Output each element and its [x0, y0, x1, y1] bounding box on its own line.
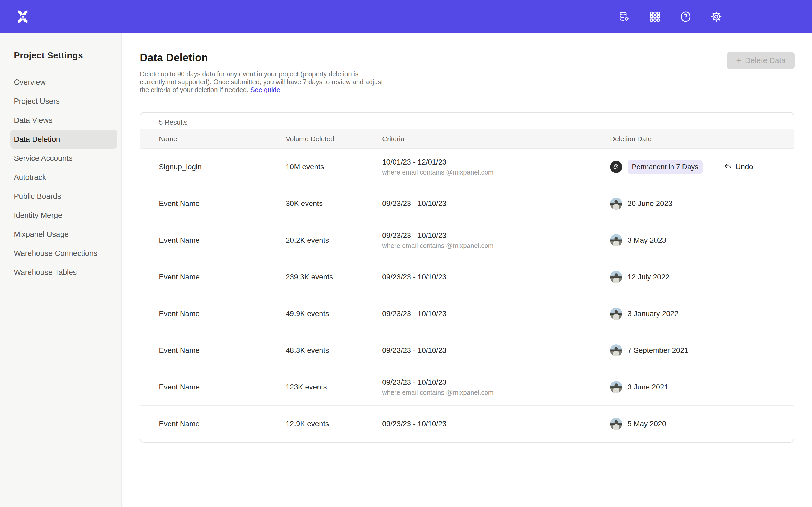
sidebar-item-identity-merge[interactable]: Identity Merge [0, 206, 121, 225]
row-criteria-range: 10/01/23 - 12/01/23 [382, 158, 610, 166]
column-header-volume: Volume Deleted [286, 135, 382, 143]
row-criteria-range: 09/23/23 - 10/10/23 [382, 309, 610, 318]
column-header-criteria: Criteria [382, 135, 610, 143]
avatar [610, 344, 622, 356]
row-criteria: 09/23/23 - 10/10/23 [382, 273, 610, 281]
row-name: Event Name [159, 200, 286, 208]
row-criteria-range: 09/23/23 - 10/10/23 [382, 346, 610, 355]
undo-icon [723, 162, 732, 171]
row-volume: 49.9K events [286, 309, 382, 318]
delete-data-button-label: Delete Data [745, 56, 785, 65]
table-row: Event Name 12.9K events 09/23/23 - 10/10… [140, 405, 794, 442]
column-header-deletion-date: Deletion Date [610, 135, 783, 143]
sidebar-item-overview[interactable]: Overview [0, 73, 121, 92]
row-deletion-date: 3 June 2021 [610, 381, 783, 393]
undo-label: Undo [735, 163, 753, 171]
row-criteria: 09/23/23 - 10/10/23 [382, 200, 610, 208]
mixpanel-logo-icon[interactable] [15, 9, 31, 24]
sidebar-item-autotrack[interactable]: Autotrack [0, 168, 121, 187]
deletion-date-label: 7 September 2021 [627, 346, 688, 355]
table-row: Event Name 30K events 09/23/23 - 10/10/2… [140, 185, 794, 222]
column-header-name: Name [159, 135, 286, 143]
row-name: Event Name [159, 309, 286, 318]
table-row: Event Name 49.9K events 09/23/23 - 10/10… [140, 295, 794, 332]
avatar [610, 418, 622, 430]
data-management-button[interactable] [617, 9, 632, 24]
sidebar-title: Project Settings [0, 33, 121, 60]
row-name: Event Name [159, 273, 286, 281]
app-root: Project Settings Overview Project Users … [0, 0, 812, 507]
table-row: Signup_login 10M events 10/01/23 - 12/01… [140, 149, 794, 185]
row-volume: 30K events [286, 200, 382, 208]
row-criteria-filter: where email contains @mixpanel.com [382, 168, 610, 176]
row-criteria-range: 09/23/23 - 10/10/23 [382, 273, 610, 281]
row-criteria: 09/23/23 - 10/10/23 [382, 309, 610, 318]
row-volume: 48.3K events [286, 346, 382, 355]
deletion-table-panel: 5 Results Name Volume Deleted Criteria D… [140, 112, 794, 443]
apps-grid-button[interactable] [648, 9, 662, 24]
deletion-date-label: 3 January 2022 [627, 309, 678, 318]
sidebar-item-warehouse-connections[interactable]: Warehouse Connections [0, 244, 121, 263]
sidebar-item-service-accounts[interactable]: Service Accounts [0, 149, 121, 168]
row-criteria: 09/23/23 - 10/10/23 [382, 346, 610, 355]
avatar [610, 381, 622, 393]
row-deletion-date: 7 September 2021 [610, 344, 783, 356]
row-volume: 239.3K events [286, 273, 382, 281]
row-volume: 123K events [286, 383, 382, 391]
sidebar-item-project-users[interactable]: Project Users [0, 92, 121, 111]
top-nav [0, 0, 812, 33]
row-deletion-date: 3 May 2023 [610, 234, 783, 246]
sidebar: Project Settings Overview Project Users … [0, 33, 121, 507]
page-description: Delete up to 90 days data for any event … [140, 70, 383, 94]
plus-icon: + [736, 56, 742, 65]
settings-button[interactable] [709, 9, 724, 24]
row-criteria-range: 09/23/23 - 10/10/23 [382, 200, 610, 208]
sidebar-item-data-views[interactable]: Data Views [0, 111, 121, 130]
table-row: Event Name 20.2K events 09/23/23 - 10/10… [140, 222, 794, 259]
row-volume: 10M events [286, 163, 382, 171]
settings-gear-icon [710, 11, 722, 23]
row-criteria: 09/23/23 - 10/10/23 [382, 419, 610, 428]
table-row: Event Name 239.3K events 09/23/23 - 10/1… [140, 259, 794, 295]
row-criteria-range: 09/23/23 - 10/10/23 [382, 231, 610, 240]
delete-data-button[interactable]: + Delete Data [727, 52, 795, 69]
deletion-date-label: 12 July 2022 [627, 273, 669, 281]
row-criteria-filter: where email contains @mixpanel.com [382, 389, 610, 396]
avatar [610, 271, 622, 283]
row-criteria: 09/23/23 - 10/10/23 where email contains… [382, 378, 610, 396]
sidebar-item-warehouse-tables[interactable]: Warehouse Tables [0, 263, 121, 282]
undo-button[interactable]: Undo [723, 162, 753, 171]
main-content: Data Deletion Delete up to 90 days data … [121, 33, 812, 507]
avatar [610, 161, 622, 173]
avatar [610, 307, 622, 320]
row-criteria-range: 09/23/23 - 10/10/23 [382, 419, 610, 428]
help-button[interactable] [678, 9, 693, 24]
sidebar-item-mixpanel-usage[interactable]: Mixpanel Usage [0, 225, 121, 244]
page-title: Data Deletion [140, 52, 383, 64]
page-header: Data Deletion Delete up to 90 days data … [140, 52, 795, 94]
avatar-illustration-icon [612, 163, 620, 171]
row-name: Event Name [159, 236, 286, 244]
row-criteria-range: 09/23/23 - 10/10/23 [382, 378, 610, 387]
row-name: Signup_login [159, 163, 286, 171]
row-deletion-date: 5 May 2020 [610, 418, 783, 430]
sidebar-menu: Overview Project Users Data Views Data D… [0, 73, 121, 282]
nav-icon-group [617, 9, 724, 24]
sidebar-item-public-boards[interactable]: Public Boards [0, 187, 121, 206]
see-guide-link[interactable]: See guide [250, 86, 280, 94]
apps-grid-icon [649, 11, 661, 23]
row-name: Event Name [159, 346, 286, 355]
row-volume: 12.9K events [286, 419, 382, 428]
deletion-date-label: 3 June 2021 [627, 383, 668, 391]
row-deletion-date: Permanent in 7 Days Undo [610, 160, 783, 174]
row-name: Event Name [159, 383, 286, 391]
sidebar-item-data-deletion[interactable]: Data Deletion [10, 130, 117, 149]
row-name: Event Name [159, 419, 286, 428]
results-count: 5 Results [140, 113, 794, 129]
deletion-date-label: 3 May 2023 [627, 236, 666, 244]
status-badge: Permanent in 7 Days [627, 160, 703, 174]
avatar [610, 234, 622, 246]
row-volume: 20.2K events [286, 236, 382, 244]
deletion-date-label: 20 June 2023 [627, 200, 672, 208]
row-deletion-date: 20 June 2023 [610, 198, 783, 210]
